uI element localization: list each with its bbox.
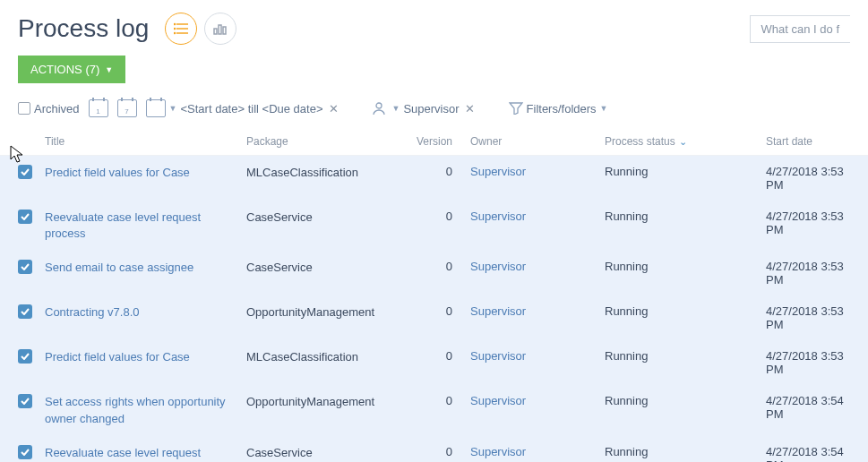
- owner-filter-value: Supervisor: [403, 102, 459, 116]
- row-owner-link[interactable]: Supervisor: [470, 165, 526, 178]
- row-date: 4/27/2018 3:53 PM: [766, 210, 844, 236]
- svg-rect-6: [214, 29, 217, 34]
- row-status: Running: [605, 394, 648, 407]
- archived-label: Archived: [34, 102, 80, 116]
- col-header-owner[interactable]: Owner: [470, 135, 605, 148]
- row-date: 4/27/2018 3:53 PM: [766, 260, 844, 287]
- row-package: OpportunityManagement: [246, 395, 374, 408]
- row-status: Running: [605, 165, 648, 178]
- row-checkbox[interactable]: [18, 210, 32, 224]
- row-version: 0: [446, 210, 452, 223]
- actions-label: ACTIONS (7): [30, 63, 99, 76]
- close-icon[interactable]: ✕: [465, 102, 475, 116]
- search-input[interactable]: What can I do f: [750, 15, 850, 43]
- table-row[interactable]: Reevaluate case level request processCas…: [0, 436, 868, 462]
- table-row[interactable]: Set access rights when opportunity owner…: [0, 385, 868, 435]
- table-row[interactable]: Contracting v7.8.0OpportunityManagement0…: [0, 295, 868, 340]
- check-icon: [21, 449, 30, 456]
- page-title: Process log: [18, 14, 149, 43]
- row-title-link[interactable]: Predict field values for Case: [45, 350, 190, 364]
- svg-rect-7: [219, 25, 221, 34]
- archived-filter[interactable]: Archived: [18, 102, 80, 116]
- chevron-down-icon: ▼: [105, 65, 113, 74]
- row-title-link[interactable]: Send email to case assignee: [45, 261, 193, 274]
- row-owner-link[interactable]: Supervisor: [470, 304, 526, 318]
- row-title-link[interactable]: Set access rights when opportunity owner…: [45, 395, 226, 424]
- process-log-table: Title Package Version Owner Process stat…: [0, 128, 868, 462]
- chevron-down-icon: ▼: [600, 104, 608, 113]
- row-title-link[interactable]: Reevaluate case level request process: [45, 210, 201, 240]
- calendar-icon: [146, 99, 166, 117]
- row-checkbox[interactable]: [18, 445, 32, 459]
- row-title-link[interactable]: Reevaluate case level request process: [45, 446, 201, 462]
- row-date: 4/27/2018 3:53 PM: [766, 304, 844, 331]
- row-version: 0: [446, 260, 452, 273]
- row-title-link[interactable]: Predict field values for Case: [45, 166, 190, 179]
- row-status: Running: [605, 349, 648, 363]
- row-checkbox[interactable]: [18, 260, 32, 274]
- person-icon: [373, 101, 389, 116]
- row-date: 4/27/2018 3:53 PM: [766, 349, 844, 376]
- check-icon: [21, 398, 30, 405]
- view-chart-button[interactable]: [204, 13, 236, 45]
- row-checkbox[interactable]: [18, 394, 32, 408]
- row-package: OpportunityManagement: [246, 305, 374, 319]
- svg-point-1: [175, 23, 176, 24]
- col-header-status[interactable]: Process status⌄: [605, 135, 766, 148]
- row-date: 4/27/2018 3:54 PM: [766, 445, 844, 462]
- table-row[interactable]: Predict field values for CaseMLCaseClass…: [0, 156, 868, 201]
- check-icon: [21, 168, 30, 175]
- row-owner-link[interactable]: Supervisor: [470, 210, 526, 223]
- row-package: CaseService: [246, 210, 313, 224]
- row-owner-link[interactable]: Supervisor: [470, 260, 526, 273]
- row-status: Running: [605, 260, 648, 273]
- funnel-icon: [509, 102, 523, 115]
- row-owner-link[interactable]: Supervisor: [470, 445, 526, 458]
- table-row[interactable]: Predict field values for CaseMLCaseClass…: [0, 340, 868, 385]
- row-checkbox[interactable]: [18, 304, 32, 319]
- row-package: CaseService: [246, 446, 313, 459]
- actions-button[interactable]: ACTIONS (7) ▼: [18, 56, 125, 83]
- svg-point-5: [175, 32, 176, 33]
- row-status: Running: [605, 445, 648, 458]
- row-date: 4/27/2018 3:54 PM: [766, 394, 844, 421]
- chevron-down-icon: ▼: [392, 104, 400, 113]
- row-version: 0: [446, 165, 452, 178]
- col-header-package[interactable]: Package: [246, 135, 415, 148]
- table-row[interactable]: Send email to case assigneeCaseService0S…: [0, 251, 868, 295]
- row-checkbox[interactable]: [18, 349, 32, 364]
- svg-point-9: [376, 103, 382, 108]
- row-status: Running: [605, 304, 648, 318]
- row-owner-link[interactable]: Supervisor: [470, 394, 526, 407]
- col-header-version[interactable]: Version: [415, 135, 470, 148]
- filters-folders-button[interactable]: Filters/folders ▼: [509, 102, 608, 116]
- list-icon: [174, 22, 188, 35]
- table-header: Title Package Version Owner Process stat…: [0, 128, 868, 156]
- calendar-icon: 7: [117, 99, 137, 117]
- table-row[interactable]: Reevaluate case level request processCas…: [0, 201, 868, 251]
- check-icon: [21, 308, 30, 315]
- row-package: CaseService: [246, 261, 313, 274]
- bar-chart-icon: [213, 22, 228, 35]
- chevron-down-icon: ▼: [169, 104, 177, 113]
- check-icon: [21, 263, 30, 270]
- sort-down-icon: ⌄: [679, 136, 687, 147]
- filters-label: Filters/folders: [527, 102, 597, 116]
- date-range-picker[interactable]: ▼ <Start date> till <Due date> ✕: [146, 99, 339, 117]
- calendar-icon: 1: [89, 99, 108, 117]
- col-header-start-date[interactable]: Start date: [766, 135, 850, 148]
- row-version: 0: [446, 394, 452, 407]
- date-range-text: <Start date> till <Due date>: [181, 102, 323, 116]
- row-owner-link[interactable]: Supervisor: [470, 349, 526, 363]
- calendar-preset-7[interactable]: 7: [117, 99, 137, 117]
- calendar-preset-1[interactable]: 1: [89, 99, 108, 117]
- row-checkbox[interactable]: [18, 165, 32, 179]
- close-icon[interactable]: ✕: [329, 102, 339, 116]
- checkbox-icon: [18, 102, 30, 115]
- owner-filter[interactable]: ▼ Supervisor ✕: [373, 101, 475, 116]
- row-date: 4/27/2018 3:53 PM: [766, 165, 844, 192]
- row-title-link[interactable]: Contracting v7.8.0: [45, 305, 140, 319]
- row-package: MLCaseClassification: [246, 166, 358, 179]
- view-list-button[interactable]: [165, 13, 197, 45]
- col-header-title[interactable]: Title: [45, 135, 246, 148]
